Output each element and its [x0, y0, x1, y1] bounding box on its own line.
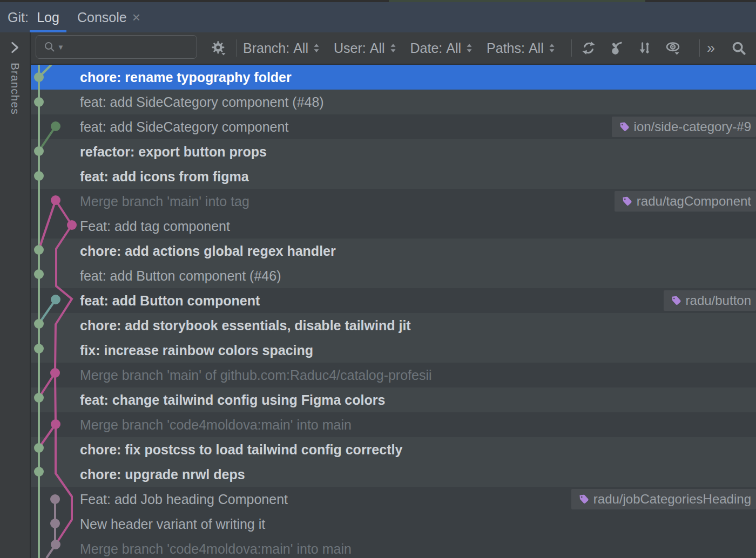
filter-user[interactable]: User: All: [334, 40, 396, 56]
updown-arrows-icon: [466, 43, 473, 53]
commit-message: Merge branch 'code4moldova:main' into ma…: [80, 541, 352, 557]
toolbar-separator: [571, 39, 572, 57]
commit-message: New header variant of writing it: [80, 516, 265, 532]
refresh-icon[interactable]: [580, 40, 597, 56]
filter-group: Branch: All User: All Date: All: [243, 32, 555, 64]
gear-icon[interactable]: [211, 40, 227, 56]
search-log-icon[interactable]: [731, 40, 747, 56]
tag-icon: [578, 493, 590, 505]
updown-arrows-icon: [390, 43, 396, 53]
tool-window-title: Git:: [8, 2, 29, 32]
commit-row[interactable]: feat: add Button component radu/button: [31, 288, 756, 313]
commit-row[interactable]: feat: change tailwind config using Figma…: [31, 387, 756, 412]
commit-message: chore: upgrade nrwl deps: [80, 467, 245, 482]
commit-message: Merge branch 'main' of github.com:Raduc4…: [80, 368, 432, 383]
search-icon: [43, 40, 56, 53]
commit-message: chore: add storybook essentials, disable…: [80, 318, 411, 334]
branch-tag[interactable]: radu/tagComponent: [615, 191, 756, 212]
commit-message: fix: increase rainbow colors spacing: [80, 343, 313, 358]
filter-branch-label: Branch:: [243, 40, 289, 56]
sort-icon[interactable]: [637, 40, 653, 56]
filter-paths[interactable]: Paths: All: [487, 40, 555, 56]
filter-date-label: Date:: [410, 40, 443, 56]
commit-row[interactable]: Merge branch 'main' into tag radu/tagCom…: [31, 189, 756, 214]
filter-user-label: User:: [334, 40, 366, 56]
filter-date[interactable]: Date: All: [410, 40, 473, 56]
updown-arrows-icon: [313, 43, 320, 53]
filter-paths-value: All: [529, 40, 544, 56]
commit-row[interactable]: Merge branch 'code4moldova:main' into ma…: [31, 536, 756, 558]
search-input[interactable]: ▼: [36, 35, 197, 59]
commit-row[interactable]: chore: fix postcss to load tailwind conf…: [31, 437, 756, 462]
commit-row[interactable]: Feat: add Job heading Component radu/job…: [31, 487, 756, 512]
branch-tag-label: radu/button: [686, 293, 751, 308]
commit-row[interactable]: refactor: export button props: [31, 139, 756, 164]
commit-message: Feat: add Job heading Component: [80, 492, 288, 507]
commit-message: Feat: add tag component: [80, 219, 230, 234]
tag-icon: [670, 295, 682, 307]
eye-icon[interactable]: [665, 40, 681, 56]
tab-log[interactable]: Log: [30, 2, 66, 32]
tool-window-stripe: Branches: [0, 32, 31, 558]
overflow-menu-icon[interactable]: »: [707, 32, 715, 64]
commit-message: Merge branch 'main' into tag: [80, 194, 249, 209]
commit-message: chore: add actions global regex handler: [80, 243, 336, 259]
toolbar-separator: [236, 39, 237, 57]
branch-tag-label: radu/tagComponent: [637, 194, 751, 209]
filter-branch[interactable]: Branch: All: [243, 40, 320, 56]
commit-row[interactable]: feat: add SideCategory component ion/sid…: [31, 114, 756, 139]
branch-tag[interactable]: radu/button: [664, 290, 756, 311]
branch-tag[interactable]: radu/jobCategoriesHeading: [571, 489, 756, 509]
filter-user-value: All: [370, 40, 385, 56]
commit-message: feat: add icons from figma: [80, 169, 249, 185]
commit-message: feat: add Button component: [80, 293, 260, 309]
commit-row[interactable]: chore: rename typography folder: [31, 65, 756, 90]
commit-row[interactable]: chore: add actions global regex handler: [31, 239, 756, 263]
tab-console-label: Console: [77, 10, 127, 25]
commit-message: refactor: export button props: [80, 144, 267, 160]
commit-row[interactable]: Merge branch 'code4moldova:main' into ma…: [31, 412, 756, 437]
commit-row[interactable]: New header variant of writing it: [31, 512, 756, 536]
sidebar-item-branches[interactable]: Branches: [9, 63, 22, 115]
tag-icon: [618, 121, 630, 133]
commit-row[interactable]: chore: add storybook essentials, disable…: [31, 313, 756, 338]
commit-message: feat: add Button component (#46): [80, 268, 281, 284]
commit-message: feat: add SideCategory component (#48): [80, 94, 324, 110]
commit-row[interactable]: fix: increase rainbow colors spacing: [31, 338, 756, 363]
chevron-right-icon[interactable]: [8, 40, 21, 55]
commit-message: feat: add SideCategory component: [80, 119, 288, 135]
git-log-panel: Git: Log Console × ▼: [0, 0, 756, 558]
commit-message: Merge branch 'code4moldova:main' into ma…: [80, 417, 352, 433]
search-history-caret-icon[interactable]: ▼: [57, 43, 64, 51]
commit-message: feat: change tailwind config using Figma…: [80, 392, 385, 408]
tag-icon: [621, 195, 633, 207]
commit-row[interactable]: feat: add Button component (#46): [31, 263, 756, 288]
commit-row[interactable]: Merge branch 'main' of github.com:Raduc4…: [31, 363, 756, 387]
toolbar-separator: [699, 39, 700, 57]
close-icon[interactable]: ×: [132, 10, 140, 24]
filter-paths-label: Paths:: [487, 40, 525, 56]
commit-message: chore: rename typography folder: [80, 70, 292, 85]
branch-tag-label: radu/jobCategoriesHeading: [593, 492, 751, 507]
tab-console[interactable]: Console ×: [77, 2, 140, 32]
commit-row[interactable]: Feat: add tag component: [31, 214, 756, 239]
commit-message: chore: fix postcss to load tailwind conf…: [80, 442, 402, 458]
updown-arrows-icon: [549, 43, 555, 53]
cherry-pick-icon[interactable]: [609, 40, 625, 56]
filter-date-value: All: [446, 40, 461, 56]
tab-log-label: Log: [37, 10, 59, 25]
commit-row[interactable]: chore: upgrade nrwl deps: [31, 462, 756, 487]
branch-tag-label: ion/side-category-#9: [634, 119, 751, 134]
filter-branch-value: All: [293, 40, 308, 56]
commit-row[interactable]: feat: add icons from figma: [31, 164, 756, 189]
branch-tag[interactable]: ion/side-category-#9: [612, 117, 756, 137]
tool-window-tabbar: Git: Log Console ×: [0, 2, 756, 32]
commit-row[interactable]: feat: add SideCategory component (#48): [31, 90, 756, 114]
commit-list: chore: rename typography folder feat: ad…: [31, 65, 756, 558]
log-toolbar: ▼ Branch: All User:: [31, 32, 756, 64]
